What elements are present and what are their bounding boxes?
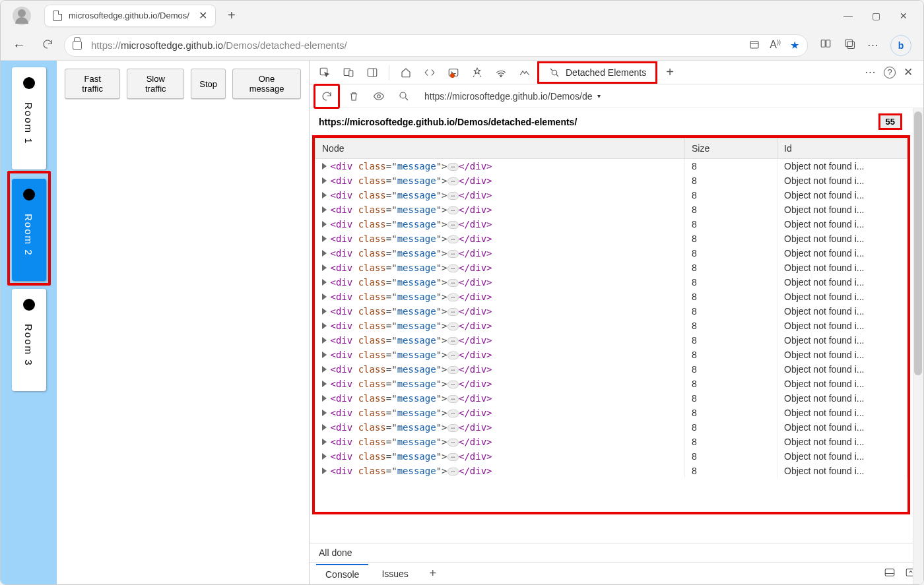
status-dot-icon xyxy=(23,77,35,89)
dock-side-icon[interactable] xyxy=(361,63,383,82)
id-cell: Object not found i... xyxy=(777,420,908,435)
table-row[interactable]: <div class="message">⋯</div>8Object not … xyxy=(315,435,908,449)
bing-chat-icon[interactable]: b xyxy=(890,35,911,56)
performance-tab-icon[interactable] xyxy=(513,63,536,82)
one-message-button[interactable]: One message xyxy=(232,69,301,99)
table-row[interactable]: <div class="message">⋯</div>8Object not … xyxy=(315,319,908,333)
id-cell: Object not found i... xyxy=(777,290,908,304)
table-row[interactable]: <div class="message">⋯</div>8Object not … xyxy=(315,261,908,275)
more-options-icon[interactable]: ⋯ xyxy=(865,65,876,79)
back-button[interactable]: ← xyxy=(7,38,31,53)
table-row[interactable]: <div class="message">⋯</div>8Object not … xyxy=(315,464,908,478)
table-row[interactable]: <div class="message">⋯</div>8Object not … xyxy=(315,391,908,406)
split-screen-icon[interactable] xyxy=(820,38,832,53)
drawer-more-tabs-icon[interactable]: + xyxy=(422,564,444,584)
id-cell: Object not found i... xyxy=(777,406,908,420)
drawer-dock-icon[interactable] xyxy=(884,567,896,581)
table-row[interactable]: <div class="message">⋯</div>8Object not … xyxy=(315,246,908,261)
drawer-tab-issues[interactable]: Issues xyxy=(372,565,417,583)
new-tab-button[interactable]: + xyxy=(228,8,236,23)
col-node[interactable]: Node xyxy=(315,139,685,159)
collections-icon[interactable] xyxy=(843,38,855,53)
inspect-element-icon[interactable] xyxy=(314,63,336,82)
console-tab-icon[interactable] xyxy=(442,63,465,82)
status-text: All done xyxy=(310,543,923,562)
minimize-button[interactable]: — xyxy=(843,11,853,21)
slow-traffic-button[interactable]: Slow traffic xyxy=(127,69,184,99)
svg-rect-2 xyxy=(826,40,830,47)
id-cell: Object not found i... xyxy=(777,231,908,246)
node-cell: <div class="message">⋯</div> xyxy=(315,261,685,275)
table-row[interactable]: <div class="message">⋯</div>8Object not … xyxy=(315,173,908,188)
reload-button[interactable] xyxy=(38,38,57,52)
room-sidebar: Room 1Room 2Room 3 xyxy=(1,61,57,584)
welcome-tab-icon[interactable] xyxy=(395,63,417,82)
table-row[interactable]: <div class="message">⋯</div>8Object not … xyxy=(315,348,908,362)
app-icon[interactable] xyxy=(748,38,760,53)
search-icon[interactable] xyxy=(393,86,415,106)
size-cell: 8 xyxy=(685,391,777,406)
table-row[interactable]: <div class="message">⋯</div>8Object not … xyxy=(315,406,908,420)
node-cell: <div class="message">⋯</div> xyxy=(315,333,685,348)
close-tab-icon[interactable]: ✕ xyxy=(199,9,207,22)
table-row[interactable]: <div class="message">⋯</div>8Object not … xyxy=(315,304,908,319)
col-id[interactable]: Id xyxy=(777,139,908,159)
room-tab[interactable]: Room 1 xyxy=(12,67,46,169)
size-cell: 8 xyxy=(685,275,777,290)
address-bar[interactable]: https://microsoftedge.github.io/Demos/de… xyxy=(64,34,808,57)
table-row[interactable]: <div class="message">⋯</div>8Object not … xyxy=(315,188,908,202)
size-cell: 8 xyxy=(685,217,777,231)
size-cell: 8 xyxy=(685,464,777,478)
profile-avatar-icon[interactable] xyxy=(13,7,31,25)
table-row[interactable]: <div class="message">⋯</div>8Object not … xyxy=(315,231,908,246)
vertical-scrollbar[interactable] xyxy=(913,108,923,584)
table-row[interactable]: <div class="message">⋯</div>8Object not … xyxy=(315,420,908,435)
device-emulation-icon[interactable] xyxy=(337,63,360,82)
room-tab[interactable]: Room 3 xyxy=(12,289,46,391)
help-icon[interactable]: ? xyxy=(884,67,896,78)
table-row[interactable]: <div class="message">⋯</div>8Object not … xyxy=(315,159,908,174)
table-row[interactable]: <div class="message">⋯</div>8Object not … xyxy=(315,333,908,348)
favorite-star-icon[interactable]: ★ xyxy=(790,39,799,51)
table-row[interactable]: <div class="message">⋯</div>8Object not … xyxy=(315,217,908,231)
id-cell: Object not found i... xyxy=(777,348,908,362)
browser-tab[interactable]: microsoftedge.github.io/Demos/ ✕ xyxy=(44,5,216,27)
table-row[interactable]: <div class="message">⋯</div>8Object not … xyxy=(315,290,908,304)
eye-icon[interactable] xyxy=(368,86,390,106)
table-row[interactable]: <div class="message">⋯</div>8Object not … xyxy=(315,275,908,290)
id-cell: Object not found i... xyxy=(777,275,908,290)
detached-elements-tab[interactable]: Detached Elements xyxy=(537,61,657,84)
col-size[interactable]: Size xyxy=(685,139,777,159)
node-cell: <div class="message">⋯</div> xyxy=(315,420,685,435)
table-row[interactable]: <div class="message">⋯</div>8Object not … xyxy=(315,362,908,377)
table-row[interactable]: <div class="message">⋯</div>8Object not … xyxy=(315,449,908,464)
svg-point-11 xyxy=(552,70,557,75)
svg-rect-7 xyxy=(349,71,353,77)
read-aloud-icon[interactable]: A)) xyxy=(770,39,781,51)
id-cell: Object not found i... xyxy=(777,333,908,348)
sources-tab-icon[interactable] xyxy=(466,63,488,82)
close-window-button[interactable]: ✕ xyxy=(899,11,908,21)
table-row[interactable]: <div class="message">⋯</div>8Object not … xyxy=(315,377,908,391)
more-tabs-icon[interactable]: + xyxy=(659,63,681,82)
table-row[interactable]: <div class="message">⋯</div>8Object not … xyxy=(315,202,908,217)
refresh-detached-button[interactable] xyxy=(314,84,340,109)
size-cell: 8 xyxy=(685,319,777,333)
drawer-tab-console[interactable]: Console xyxy=(316,564,368,584)
maximize-button[interactable]: ▢ xyxy=(871,11,880,21)
network-tab-icon[interactable] xyxy=(490,63,512,82)
detached-elements-table: Node Size Id <div class="message">⋯</div… xyxy=(315,138,908,478)
origin-url: https://microsoftedge.github.io/Demos/de xyxy=(424,91,592,102)
origin-dropdown[interactable]: https://microsoftedge.github.io/Demos/de xyxy=(424,91,601,102)
stop-button[interactable]: Stop xyxy=(191,69,226,99)
fast-traffic-button[interactable]: Fast traffic xyxy=(65,69,120,99)
close-devtools-icon[interactable]: ✕ xyxy=(904,65,913,79)
id-cell: Object not found i... xyxy=(777,464,908,478)
node-cell: <div class="message">⋯</div> xyxy=(315,406,685,420)
gc-trash-icon[interactable] xyxy=(343,86,365,106)
elements-tab-icon[interactable] xyxy=(418,63,441,82)
page-icon xyxy=(53,11,62,21)
room-tab[interactable]: Room 2 xyxy=(12,179,46,281)
size-cell: 8 xyxy=(685,420,777,435)
more-icon[interactable]: ⋯ xyxy=(867,38,878,52)
